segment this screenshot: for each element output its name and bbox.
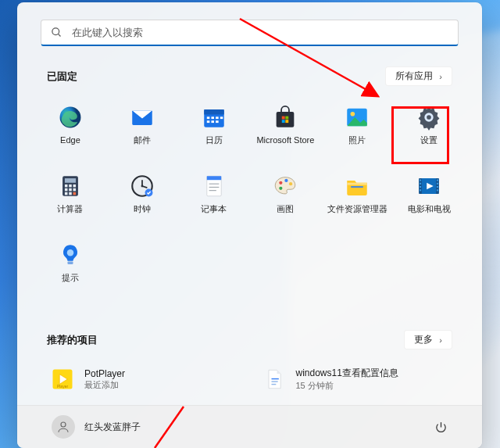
app-label: 画图 <box>277 204 294 214</box>
app-tile-tips[interactable]: 提示 <box>34 235 106 299</box>
svg-rect-42 <box>206 176 220 180</box>
svg-rect-10 <box>216 116 219 119</box>
app-label: 邮件 <box>134 135 151 145</box>
svg-point-47 <box>285 179 288 182</box>
app-tile-calculator[interactable]: 计算器 <box>34 166 106 230</box>
svg-rect-70 <box>271 381 277 382</box>
app-label: 日历 <box>205 135 223 145</box>
store-icon <box>271 103 299 131</box>
start-menu-footer: 红头发蓝胖子 <box>17 405 482 448</box>
movies-icon <box>415 172 443 200</box>
svg-rect-11 <box>220 116 223 119</box>
svg-rect-56 <box>420 180 421 181</box>
app-tile-photos[interactable]: 照片 <box>321 97 393 161</box>
chevron-right-icon: › <box>439 72 442 81</box>
svg-rect-62 <box>437 186 438 188</box>
svg-rect-12 <box>206 120 209 123</box>
svg-rect-61 <box>437 183 438 185</box>
svg-rect-50 <box>347 183 367 185</box>
svg-point-46 <box>280 181 283 185</box>
power-button[interactable] <box>427 414 454 440</box>
app-tile-movies[interactable]: 电影和电视 <box>393 166 465 230</box>
svg-point-72 <box>61 422 66 427</box>
app-tile-mail[interactable]: 邮件 <box>106 97 178 161</box>
svg-text:Player: Player <box>57 384 69 389</box>
recommended-item[interactable]: windows11查看配置信息15 分钟前 <box>257 362 455 396</box>
svg-rect-35 <box>73 192 76 195</box>
recommended-title: 推荐的项目 <box>47 333 98 347</box>
app-label: 记事本 <box>201 204 227 214</box>
app-label: 文件资源管理器 <box>327 204 388 214</box>
svg-rect-64 <box>67 262 73 265</box>
more-button[interactable]: 更多 › <box>404 330 452 349</box>
potplayer-icon: Player <box>50 367 75 392</box>
svg-rect-29 <box>73 185 76 188</box>
svg-rect-27 <box>65 185 68 188</box>
svg-rect-51 <box>351 186 363 188</box>
pinned-grid: Edge邮件日历Microsoft Store照片设置计算器时钟记事本画图文件资… <box>17 92 482 299</box>
svg-rect-69 <box>271 378 278 379</box>
recommended-header: 推荐的项目 更多 › <box>17 321 482 356</box>
all-apps-button[interactable]: 所有应用 › <box>385 66 452 86</box>
svg-rect-8 <box>206 116 209 119</box>
svg-point-65 <box>67 249 74 256</box>
app-label: 提示 <box>62 273 79 283</box>
app-tile-notepad[interactable]: 记事本 <box>178 166 250 230</box>
svg-rect-17 <box>286 116 289 120</box>
svg-rect-13 <box>211 120 214 123</box>
search-placeholder: 在此键入以搜索 <box>72 26 143 40</box>
svg-rect-7 <box>204 109 224 114</box>
app-label: 电影和电视 <box>408 204 451 214</box>
all-apps-label: 所有应用 <box>395 70 433 83</box>
app-tile-calendar[interactable]: 日历 <box>178 97 250 161</box>
tips-icon <box>56 241 84 269</box>
svg-rect-60 <box>437 180 438 181</box>
svg-point-49 <box>280 187 283 190</box>
start-menu: 在此键入以搜索 已固定 所有应用 › Edge邮件日历Microsoft Sto… <box>17 2 482 448</box>
svg-rect-33 <box>65 192 68 195</box>
search-icon <box>51 27 62 38</box>
svg-rect-59 <box>420 189 421 191</box>
app-tile-explorer[interactable]: 文件资源管理器 <box>321 166 393 230</box>
svg-point-0 <box>52 28 59 35</box>
chevron-right-icon: › <box>439 335 442 345</box>
more-label: 更多 <box>414 333 433 346</box>
settings-icon <box>415 103 443 131</box>
svg-rect-34 <box>69 192 72 195</box>
document-icon <box>262 367 287 392</box>
mail-icon <box>128 103 156 131</box>
paint-icon <box>271 172 299 200</box>
avatar-icon <box>52 415 75 439</box>
recommended-item[interactable]: PlayerPotPlayer最近添加 <box>45 362 243 396</box>
app-tile-paint[interactable]: 画图 <box>250 166 322 230</box>
svg-rect-19 <box>286 120 289 123</box>
app-tile-store[interactable]: Microsoft Store <box>250 97 322 161</box>
svg-line-1 <box>58 34 60 36</box>
svg-rect-58 <box>420 186 421 188</box>
svg-rect-16 <box>282 116 285 120</box>
calculator-icon <box>56 172 84 200</box>
svg-point-24 <box>427 115 431 120</box>
svg-point-39 <box>141 185 143 188</box>
calendar-icon <box>200 103 228 131</box>
svg-rect-15 <box>277 112 295 127</box>
svg-rect-18 <box>282 120 285 123</box>
svg-rect-14 <box>216 120 219 123</box>
svg-rect-31 <box>69 188 72 192</box>
svg-rect-63 <box>437 189 438 191</box>
pinned-title: 已固定 <box>47 70 77 84</box>
app-label: Edge <box>60 135 80 145</box>
svg-rect-30 <box>65 188 68 192</box>
user-name: 红头发蓝胖子 <box>84 421 141 434</box>
recommended-item-subtitle: 15 分钟前 <box>296 380 398 392</box>
svg-point-48 <box>289 182 292 185</box>
search-bar[interactable]: 在此键入以搜索 <box>41 20 459 46</box>
app-label: 照片 <box>348 135 366 145</box>
user-account-button[interactable]: 红头发蓝胖子 <box>45 411 147 443</box>
app-label: 计算器 <box>57 204 83 214</box>
svg-rect-57 <box>420 183 421 185</box>
app-tile-settings[interactable]: 设置 <box>393 97 465 161</box>
app-tile-edge[interactable]: Edge <box>34 97 106 161</box>
app-tile-clock[interactable]: 时钟 <box>106 166 178 230</box>
notepad-icon <box>200 172 228 200</box>
